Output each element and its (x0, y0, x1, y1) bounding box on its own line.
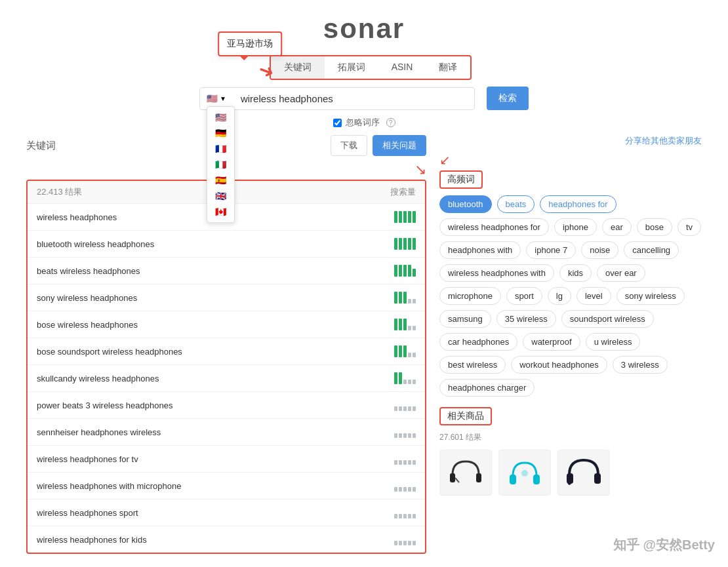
high-freq-tag[interactable]: microphone (439, 287, 501, 305)
table-row[interactable]: wireless headphones sport (28, 499, 425, 526)
result-text: wireless headphones sport (37, 508, 138, 518)
high-freq-tag[interactable]: ear (602, 218, 632, 236)
high-freq-tag[interactable]: car headphones (439, 333, 517, 351)
svg-rect-7 (594, 473, 601, 484)
product-thumbnails (439, 450, 702, 496)
flag-selector-button[interactable]: 🇺🇸 ▼ (200, 88, 233, 109)
high-freq-tag[interactable]: level (576, 287, 611, 305)
high-freq-tags: bluetoothbeatsheadphones forwireless hea… (439, 195, 702, 397)
table-row[interactable]: bose soundsport wireless headphones (28, 338, 425, 365)
high-freq-tag[interactable]: wireless headphones for (439, 218, 549, 236)
ignore-order-checkbox[interactable] (333, 119, 342, 127)
results-count: 22.413 结果 (37, 186, 82, 198)
svg-rect-1 (476, 473, 481, 482)
app-title: sonar (0, 13, 728, 45)
result-text: power beats 3 wireless headphones (37, 401, 172, 410)
result-text: sony wireless headphones (37, 293, 137, 303)
right-panel: 分享给其他卖家朋友 ↙ 高频词 bluetoothbeatsheadphones… (439, 135, 702, 554)
high-freq-tag[interactable]: cancelling (624, 241, 679, 259)
table-row[interactable]: wireless headphones with microphone (28, 473, 425, 499)
high-freq-tag[interactable]: wireless headphones with (439, 264, 554, 282)
table-row[interactable]: beats wireless headphones (28, 258, 425, 284)
high-freq-tag[interactable]: workout headphones (511, 356, 607, 374)
high-freq-tag[interactable]: bose (637, 218, 672, 236)
high-freq-label: 高频词 (439, 170, 483, 189)
arrow-indicator: ➜ (256, 58, 277, 84)
result-text: bluetooth wireless headphones (37, 239, 154, 249)
product-thumb-3[interactable] (557, 450, 610, 496)
high-freq-tag[interactable]: kids (559, 264, 592, 282)
results-col-label: 搜索量 (390, 186, 416, 198)
tab-expand[interactable]: 拓展词 (325, 56, 378, 79)
flag-gb[interactable]: 🇬🇧 (210, 188, 232, 204)
tooltip-icon[interactable]: ? (386, 118, 395, 127)
search-wrapper: 🇺🇸 ▼ (199, 87, 475, 110)
high-freq-tag[interactable]: samsung (439, 310, 491, 328)
high-freq-tag[interactable]: waterproof (523, 333, 580, 351)
high-freq-tag[interactable]: over ear (597, 264, 645, 282)
tab-keywords[interactable]: 关键词 (271, 56, 325, 79)
checkbox-area: 忽略词序 ? (0, 117, 728, 128)
market-dropdown[interactable]: 亚马逊市场 (218, 31, 282, 56)
table-row[interactable]: skullcandy wireless headphones (28, 365, 425, 392)
high-freq-tag[interactable]: headphones charger (439, 379, 535, 397)
high-freq-tag[interactable]: tv (677, 218, 701, 236)
high-freq-tag[interactable]: 3 wireless (613, 356, 668, 374)
result-text: wireless headphones with microphone (37, 481, 181, 491)
flag-it[interactable]: 🇮🇹 (210, 157, 232, 172)
result-text: wireless headphones for kids (37, 535, 147, 545)
table-row[interactable]: power beats 3 wireless headphones (28, 392, 425, 419)
svg-rect-3 (510, 475, 516, 484)
high-freq-tag[interactable]: sport (506, 287, 542, 305)
table-row[interactable]: wireless headphones for tv (28, 446, 425, 473)
high-freq-tag[interactable]: headphones for (540, 195, 616, 213)
tabs-container: 关键词 拓展词 ASIN 翻译 (270, 55, 472, 80)
table-row[interactable]: sony wireless headphones (28, 284, 425, 311)
table-row[interactable]: sennheiser headphones wireless (28, 419, 425, 446)
results-box: 22.413 结果 搜索量 wireless headphones blueto… (26, 180, 426, 554)
table-row[interactable]: bluetooth wireless headphones (28, 231, 425, 258)
flag-dropdown[interactable]: 🇺🇸 🇩🇪 🇫🇷 🇮🇹 🇪🇸 🇬🇧 🇨🇦 (207, 106, 235, 223)
flag-fr[interactable]: 🇫🇷 (210, 141, 232, 157)
high-freq-tag[interactable]: iphone 7 (526, 241, 576, 259)
related-products-count: 27.601 结果 (439, 432, 702, 443)
high-freq-tag[interactable]: headphones with (439, 241, 521, 259)
flag-us[interactable]: 🇺🇸 (210, 109, 232, 125)
main-content: 关键词 下载 相关问题 ↘ 22.413 结果 搜索量 wireless hea… (0, 135, 728, 554)
high-freq-section: ↙ 高频词 bluetoothbeatsheadphones forwirele… (439, 152, 702, 397)
flag-es[interactable]: 🇪🇸 (210, 172, 232, 188)
result-text: beats wireless headphones (37, 266, 140, 276)
high-freq-tag[interactable]: sony wireless (617, 287, 685, 305)
table-row[interactable]: bose wireless headphones (28, 311, 425, 338)
page-header: sonar (0, 0, 728, 51)
product-thumb-1[interactable] (439, 450, 492, 496)
svg-point-5 (521, 470, 528, 477)
download-button[interactable]: 下载 (331, 135, 367, 156)
search-input[interactable] (233, 88, 443, 109)
flag-de[interactable]: 🇩🇪 (210, 125, 232, 141)
search-button[interactable]: 检索 (487, 87, 529, 110)
ignore-order-label: 忽略词序 (346, 117, 380, 128)
tab-translate[interactable]: 翻译 (426, 56, 470, 79)
high-freq-tag[interactable]: 35 wireless (496, 310, 556, 328)
result-text: wireless headphones (37, 212, 117, 222)
related-questions-button[interactable]: 相关问题 (373, 135, 426, 156)
product-thumb-2[interactable] (498, 450, 551, 496)
share-link[interactable]: 分享给其他卖家朋友 (625, 136, 702, 146)
high-freq-tag[interactable]: beats (497, 195, 535, 213)
high-freq-tag[interactable]: lg (548, 287, 571, 305)
result-text: bose soundsport wireless headphones (37, 347, 182, 357)
result-text: skullcandy wireless headphones (37, 374, 159, 383)
high-freq-tag[interactable]: best wireless (439, 356, 506, 374)
svg-line-2 (455, 478, 459, 482)
high-freq-tag[interactable]: soundsport wireless (561, 310, 654, 328)
watermark: 知乎 @安然Betty (613, 536, 715, 554)
high-freq-tag[interactable]: bluetooth (439, 195, 492, 213)
flag-ca[interactable]: 🇨🇦 (210, 204, 232, 220)
high-freq-tag[interactable]: u wireless (586, 333, 641, 351)
result-text: sennheiser headphones wireless (37, 427, 161, 437)
tab-asin[interactable]: ASIN (378, 56, 426, 79)
high-freq-tag[interactable]: iphone (554, 218, 597, 236)
table-row[interactable]: wireless headphones for kids (28, 526, 425, 553)
high-freq-tag[interactable]: noise (581, 241, 618, 259)
